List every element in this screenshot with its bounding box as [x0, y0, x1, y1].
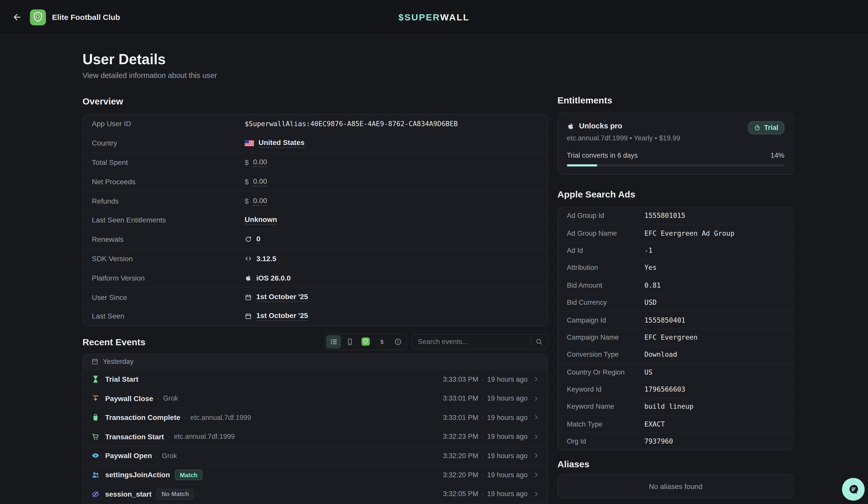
field-label: App User ID	[92, 120, 245, 128]
events-date-group: Yesterday	[83, 354, 547, 369]
field-value: 1st October '25	[245, 312, 308, 321]
chevron-right-icon[interactable]	[533, 414, 539, 421]
field-label: Ad Group Name	[567, 229, 644, 237]
app-name: Elite Football Club	[52, 13, 120, 22]
events-search[interactable]	[411, 334, 548, 349]
event-row[interactable]: settingsJoinActionMatch3:32:20 PM·19 hou…	[83, 465, 547, 484]
filter-soccer-app-button[interactable]	[358, 335, 373, 348]
calendar-icon	[245, 294, 252, 301]
chevron-right-icon[interactable]	[533, 491, 539, 497]
chevron-right-icon[interactable]	[533, 453, 539, 459]
event-row[interactable]: Transaction Start·etc.annual.7df.19993:3…	[83, 427, 547, 446]
overview-row: Platform VersioniOS 26.0.0	[83, 268, 547, 287]
calendar-icon	[91, 358, 99, 365]
currency-symbol: $	[245, 197, 249, 205]
events-list: Trial Start3:33:03 PM·19 hours agoPaywal…	[83, 369, 547, 504]
event-row[interactable]: Transaction Complete·etc.annual.7df.1999…	[83, 408, 547, 427]
chevron-right-icon[interactable]	[533, 472, 539, 478]
filter-dollar-button[interactable]: $	[374, 335, 389, 348]
overview-row: User Since1st October '25	[83, 287, 547, 306]
filter-info-button[interactable]	[390, 335, 405, 348]
field-value: 0.81	[644, 281, 661, 289]
field-label: Bid Amount	[567, 281, 644, 289]
page-subtitle: View detailed information about this use…	[82, 71, 548, 81]
field-value: 1st October '25	[245, 292, 308, 302]
overview-row: Renewals0	[83, 229, 547, 249]
cart-icon	[91, 432, 100, 441]
field-value: Unknown	[245, 215, 277, 225]
event-ago: 19 hours ago	[487, 433, 527, 440]
asa-row: Country Or RegionUS	[558, 363, 793, 380]
chat-fab[interactable]	[842, 478, 865, 501]
field-label: Match Type	[567, 420, 644, 428]
event-match-badge: Match	[175, 470, 203, 480]
event-ago: 19 hours ago	[487, 452, 527, 459]
field-value: $0.00	[245, 158, 267, 167]
recent-events-heading: Recent Events	[82, 336, 145, 348]
events-search-input[interactable]	[417, 337, 526, 346]
event-ago: 19 hours ago	[487, 490, 527, 498]
event-time: 3:33:03 PM	[443, 375, 478, 383]
field-label: Total Spent	[92, 158, 245, 167]
field-value: 1796566603	[644, 386, 685, 393]
asa-row: Keyword Namebuild lineup	[558, 398, 793, 415]
event-timestamp: 3:33:03 PM·19 hours ago	[443, 375, 539, 383]
chevron-right-icon[interactable]	[533, 434, 539, 440]
stopwatch-icon	[754, 124, 761, 131]
entitlement-details: etc.annual.7df.1999 • Yearly • $19.99	[567, 134, 680, 143]
recent-events-card: Yesterday Trial Start3:33:03 PM·19 hours…	[82, 354, 548, 504]
filter-phone-button[interactable]	[342, 335, 357, 348]
separator-dot: ·	[482, 490, 484, 498]
asa-row: Campaign Id1555850401	[558, 311, 793, 328]
event-row[interactable]: Trial Start3:33:03 PM·19 hours ago	[83, 369, 547, 389]
field-label: Platform Version	[92, 274, 245, 282]
field-label: Country	[92, 139, 245, 147]
field-label: Keyword Name	[567, 403, 644, 410]
asa-row: Org Id7937960	[558, 433, 793, 450]
field-value: Download	[644, 351, 677, 358]
field-value: build lineup	[644, 403, 694, 410]
trial-progress-labels: Trial converts in 6 days 14%	[567, 151, 784, 160]
aliases-heading: Aliases	[557, 459, 794, 471]
field-label: Conversion Type	[567, 351, 644, 358]
back-button[interactable]	[12, 12, 22, 22]
overview-row: SDK Version3.12.5	[83, 249, 547, 268]
events-filter-toolbar: $	[324, 334, 407, 350]
chevron-right-icon[interactable]	[533, 376, 539, 382]
currency-symbol: $	[245, 158, 249, 167]
event-row[interactable]: session_startNo Match3:32:05 PM·19 hours…	[83, 484, 547, 503]
right-column: Entitlements Unlocks pro etc.annual.7df.…	[557, 94, 794, 504]
field-label: Renewals	[92, 235, 245, 244]
event-row[interactable]: Paywall Close·Grok3:33:01 PM·19 hours ag…	[83, 389, 547, 408]
code-icon	[245, 255, 252, 262]
logo-accent: $SUPER	[399, 12, 441, 22]
entitlement-top-row: Unlocks pro etc.annual.7df.1999 • Yearly…	[567, 121, 784, 143]
separator-dot: ·	[157, 395, 159, 402]
field-label: Attribution	[567, 264, 644, 272]
overview-row: Last Seen EntitlementsUnknown	[83, 210, 547, 230]
aliases-card: No aliases found	[557, 474, 794, 498]
entitlement-name: Unlocks pro	[579, 121, 622, 131]
separator-dot: ·	[482, 375, 484, 383]
separator-dot: ·	[482, 471, 484, 479]
hourglass-icon	[91, 375, 100, 384]
trial-progress-bar	[567, 164, 784, 167]
separator-dot: ·	[184, 413, 187, 421]
recent-events-header: Recent Events $	[82, 334, 548, 349]
overview-row: Net Proceeds$0.00	[83, 172, 547, 191]
event-row[interactable]: Paywall Open·Grok3:32:20 PM·19 hours ago	[83, 446, 547, 465]
field-value: $0.00	[245, 177, 267, 186]
field-value: $SuperwallAlias:40EC9876-A85E-4AE9-8762-…	[245, 120, 458, 128]
event-timestamp: 3:33:01 PM·19 hours ago	[443, 395, 539, 402]
events-date-label: Yesterday	[103, 358, 134, 365]
chevron-right-icon[interactable]	[533, 395, 539, 401]
separator-dot: ·	[482, 452, 484, 459]
logo-rest: WALL	[440, 12, 469, 22]
event-subtitle: etc.annual.7df.1999	[174, 433, 235, 440]
separator-dot: ·	[156, 452, 158, 459]
event-name: Paywall Open	[105, 452, 152, 460]
trial-badge: Trial	[748, 121, 784, 134]
list-icon	[330, 338, 337, 346]
filter-list-button[interactable]	[326, 335, 341, 348]
field-label: User Since	[92, 293, 245, 302]
